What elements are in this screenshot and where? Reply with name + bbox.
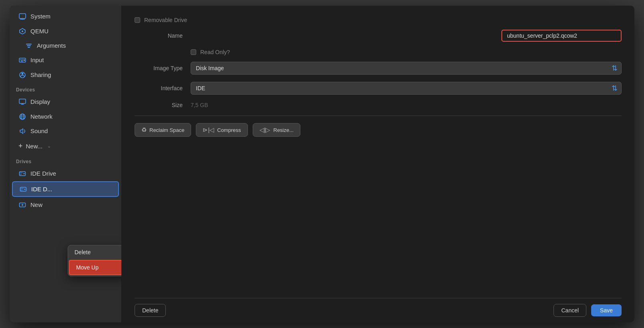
resize-button[interactable]: ◁|▷ Resize... (253, 123, 300, 137)
sidebar-label-network: Network (30, 113, 52, 120)
bottom-right: Cancel Save (553, 304, 622, 317)
svg-rect-2 (20, 19, 25, 20)
removable-drive-row: Removable Drive (135, 17, 622, 23)
divider (135, 115, 622, 116)
compress-button[interactable]: ⊳|◁ Compress (196, 123, 248, 137)
interface-select-container: IDE SCSI VirtIO NVMe ⇅ (191, 82, 622, 95)
size-label: Size (135, 102, 183, 108)
name-row: Name ubuntu_server_pclp2.qcow2 (135, 30, 622, 42)
bottom-left: Delete (135, 304, 166, 317)
svg-rect-15 (19, 99, 26, 103)
svg-point-14 (22, 73, 24, 75)
action-buttons: ♻ Reclaim Space ⊳|◁ Compress ◁|▷ Resize.… (135, 123, 622, 137)
sidebar-label-ide-drive-1: IDE Drive (30, 170, 56, 177)
sidebar-label-ide-drive-2: IDE D... (31, 186, 52, 192)
sidebar-item-ide-drive-2[interactable]: IDE D... (12, 181, 119, 197)
read-only-row: Read Only? (191, 49, 622, 55)
removable-drive-checkbox[interactable] (135, 17, 140, 23)
reclaim-space-label: Reclaim Space (149, 127, 184, 133)
sidebar-section-devices: Devices (10, 82, 121, 94)
read-only-checkbox[interactable] (191, 49, 196, 55)
save-button[interactable]: Save (591, 304, 622, 316)
compress-label: Compress (217, 127, 241, 133)
new-device-label: New... (26, 143, 43, 150)
qemu-icon (18, 27, 26, 35)
sidebar-item-network[interactable]: Network (12, 109, 119, 124)
sidebar-label-sharing: Sharing (30, 71, 51, 78)
sidebar-item-sound[interactable]: Sound (12, 124, 119, 138)
sidebar-item-display[interactable]: Display (12, 95, 119, 109)
sidebar-item-new-device[interactable]: + New... ⌄ (12, 139, 119, 154)
svg-rect-12 (21, 61, 23, 61)
sidebar-item-new-drive[interactable]: New (12, 198, 119, 212)
size-value: 7,5 GB (191, 102, 208, 108)
sidebar-label-display: Display (30, 98, 50, 105)
image-type-select-wrapper: Disk Image CD/DVD Image Raw ⇅ (191, 62, 622, 75)
name-value-container: ubuntu_server_pclp2.qcow2 (191, 30, 622, 42)
image-type-select[interactable]: Disk Image CD/DVD Image Raw (191, 62, 622, 75)
sidebar-item-sharing[interactable]: Sharing (12, 68, 119, 82)
interface-label: Interface (135, 85, 183, 91)
sound-icon (18, 128, 26, 135)
sidebar-item-ide-drive-1[interactable]: IDE Drive (12, 166, 119, 180)
display-icon (18, 98, 26, 105)
context-move-up-label: Move Up (76, 264, 99, 271)
svg-rect-6 (28, 47, 30, 48)
sidebar-item-input[interactable]: Input (12, 53, 119, 67)
delete-button[interactable]: Delete (135, 304, 166, 317)
size-value-container: 7,5 GB (191, 102, 622, 108)
sidebar-item-system[interactable]: System (12, 9, 119, 23)
svg-rect-8 (20, 59, 21, 60)
bottom-bar: Delete Cancel Save (135, 298, 622, 322)
name-value[interactable]: ubuntu_server_pclp2.qcow2 (501, 30, 622, 42)
svg-rect-4 (26, 44, 32, 45)
context-menu-delete[interactable]: Delete (68, 245, 122, 259)
system-icon (18, 12, 26, 20)
sidebar-label-arguments: Arguments (37, 42, 66, 49)
main-content: Removable Drive Name ubuntu_server_pclp2… (122, 6, 634, 322)
plus-icon: + (18, 142, 23, 150)
sidebar-item-arguments[interactable]: Arguments (12, 39, 119, 53)
drive-icon-1 (18, 170, 26, 177)
sidebar-label-new-drive: New (30, 201, 42, 208)
sidebar-label-qemu: QEMU (30, 28, 48, 34)
svg-point-3 (22, 30, 23, 32)
name-field-label: Name (135, 32, 183, 39)
app-window: System QEMU (10, 6, 634, 322)
form-area: Removable Drive Name ubuntu_server_pclp2… (135, 17, 622, 292)
sidebar: System QEMU (10, 6, 122, 322)
sidebar-label-input: Input (30, 57, 44, 63)
image-type-select-container: Disk Image CD/DVD Image Raw ⇅ (191, 62, 622, 75)
chevron-down-icon: ⌄ (47, 144, 51, 149)
cancel-button[interactable]: Cancel (553, 304, 586, 317)
context-menu-move-up[interactable]: Move Up (69, 260, 122, 275)
read-only-label: Read Only? (200, 49, 230, 55)
sidebar-label-sound: Sound (30, 128, 48, 134)
sharing-icon (18, 71, 26, 79)
context-menu: Delete Move Up (68, 245, 122, 276)
resize-label: Resize... (274, 127, 294, 133)
window-body: System QEMU (10, 6, 634, 322)
image-type-label: Image Type (135, 65, 183, 71)
reclaim-space-icon: ♻ (141, 126, 147, 134)
network-icon (18, 113, 26, 120)
new-drive-icon (18, 201, 26, 209)
image-type-row: Image Type Disk Image CD/DVD Image Raw ⇅ (135, 62, 622, 75)
removable-drive-label: Removable Drive (144, 17, 187, 23)
svg-rect-10 (22, 59, 23, 60)
arguments-icon (25, 42, 33, 49)
size-row: Size 7,5 GB (135, 102, 622, 108)
svg-point-21 (24, 188, 26, 190)
drive-icon-2 (19, 185, 27, 193)
sidebar-section-drives: Drives (10, 154, 121, 166)
sidebar-item-qemu[interactable]: QEMU (12, 24, 119, 38)
interface-row: Interface IDE SCSI VirtIO NVMe ⇅ (135, 82, 622, 95)
reclaim-space-button[interactable]: ♻ Reclaim Space (135, 123, 191, 137)
sidebar-label-system: System (30, 13, 50, 20)
context-delete-label: Delete (74, 249, 91, 255)
input-icon (18, 57, 26, 64)
compress-icon: ⊳|◁ (203, 126, 214, 134)
interface-select[interactable]: IDE SCSI VirtIO NVMe (191, 82, 622, 95)
svg-point-19 (24, 173, 25, 174)
svg-rect-0 (19, 14, 26, 18)
